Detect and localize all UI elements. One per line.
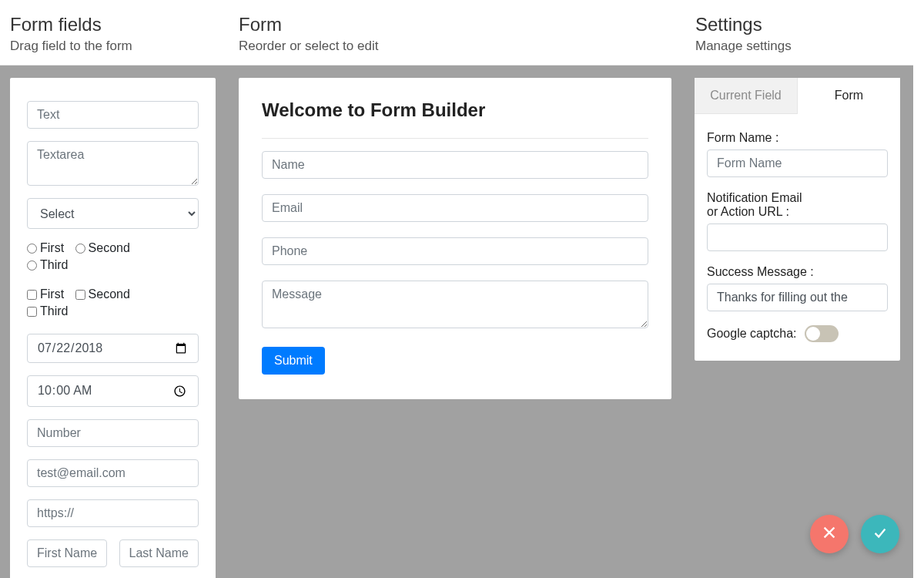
header-col-fields: Form fields Drag field to the form bbox=[10, 14, 239, 54]
palette-check-item[interactable]: Second bbox=[75, 287, 130, 301]
form-name-input[interactable] bbox=[707, 150, 888, 177]
palette-last-name[interactable] bbox=[119, 539, 199, 567]
palette-check-item[interactable]: First bbox=[27, 287, 64, 301]
form-name-label: Form Name : bbox=[707, 131, 888, 145]
palette-email-input[interactable] bbox=[27, 459, 199, 487]
palette-radio-item[interactable]: Third bbox=[27, 258, 68, 272]
success-message-label: Success Message : bbox=[707, 265, 888, 279]
palette-name-split bbox=[27, 539, 199, 567]
tab-form[interactable]: Form bbox=[798, 78, 900, 114]
header-fields-subtitle: Drag field to the form bbox=[10, 39, 223, 54]
radio-third[interactable] bbox=[27, 260, 37, 271]
header-col-settings: Settings Manage settings bbox=[695, 14, 903, 54]
settings-panel: Current Field Form Form Name : Notificat… bbox=[695, 78, 900, 361]
captcha-label: Google captcha: bbox=[707, 327, 797, 341]
fab-container bbox=[810, 515, 899, 553]
palette-number-input[interactable] bbox=[27, 419, 199, 447]
success-message-input[interactable] bbox=[707, 284, 888, 311]
app-root: Form fields Drag field to the form Form … bbox=[0, 0, 913, 578]
divider bbox=[262, 138, 648, 139]
captcha-row: Google captcha: bbox=[707, 325, 888, 342]
header-form-title: Form bbox=[239, 14, 680, 35]
header-settings-title: Settings bbox=[695, 14, 888, 35]
submit-button[interactable]: Submit bbox=[262, 347, 325, 375]
check-second[interactable] bbox=[75, 290, 85, 300]
form-title: Welcome to Form Builder bbox=[262, 99, 648, 121]
header-fields-title: Form fields bbox=[10, 14, 223, 35]
palette-select[interactable]: Select bbox=[27, 198, 199, 229]
toggle-knob bbox=[806, 327, 820, 341]
form-field-message[interactable] bbox=[262, 281, 648, 328]
palette-time-input[interactable] bbox=[27, 375, 199, 407]
form-field-email[interactable] bbox=[262, 194, 648, 222]
check-icon bbox=[872, 524, 889, 544]
radio-first[interactable] bbox=[27, 244, 37, 254]
palette-radios: First Second Third bbox=[27, 241, 199, 275]
cancel-fab[interactable] bbox=[810, 515, 849, 553]
settings-body: Form Name : Notification Email or Action… bbox=[695, 114, 900, 361]
tab-current-field[interactable]: Current Field bbox=[695, 78, 798, 114]
palette-date-input[interactable] bbox=[27, 334, 199, 363]
header-form-subtitle: Reorder or select to edit bbox=[239, 39, 680, 54]
field-palette: Select First Second Third First Second T… bbox=[10, 78, 216, 578]
palette-url-input[interactable] bbox=[27, 499, 199, 527]
palette-textarea[interactable] bbox=[27, 141, 199, 186]
check-third[interactable] bbox=[27, 307, 37, 317]
check-first[interactable] bbox=[27, 290, 37, 300]
close-icon bbox=[821, 524, 838, 544]
notification-label: Notification Email or Action URL : bbox=[707, 191, 888, 219]
settings-tabs: Current Field Form bbox=[695, 78, 900, 114]
form-field-name[interactable] bbox=[262, 151, 648, 179]
palette-radio-item[interactable]: First bbox=[27, 241, 64, 255]
form-canvas: Welcome to Form Builder Submit bbox=[239, 78, 671, 399]
header-settings-subtitle: Manage settings bbox=[695, 39, 888, 54]
radio-second[interactable] bbox=[75, 244, 85, 254]
main: Select First Second Third First Second T… bbox=[0, 66, 913, 578]
header-col-form: Form Reorder or select to edit bbox=[239, 14, 695, 54]
palette-text-input[interactable] bbox=[27, 101, 199, 129]
confirm-fab[interactable] bbox=[861, 515, 899, 553]
header: Form fields Drag field to the form Form … bbox=[0, 0, 913, 66]
palette-checks: First Second Third bbox=[27, 287, 199, 321]
palette-first-name[interactable] bbox=[27, 539, 107, 567]
palette-radio-item[interactable]: Second bbox=[75, 241, 130, 255]
notification-input[interactable] bbox=[707, 223, 888, 251]
palette-check-item[interactable]: Third bbox=[27, 304, 68, 318]
captcha-toggle[interactable] bbox=[805, 325, 839, 342]
form-field-phone[interactable] bbox=[262, 237, 648, 265]
